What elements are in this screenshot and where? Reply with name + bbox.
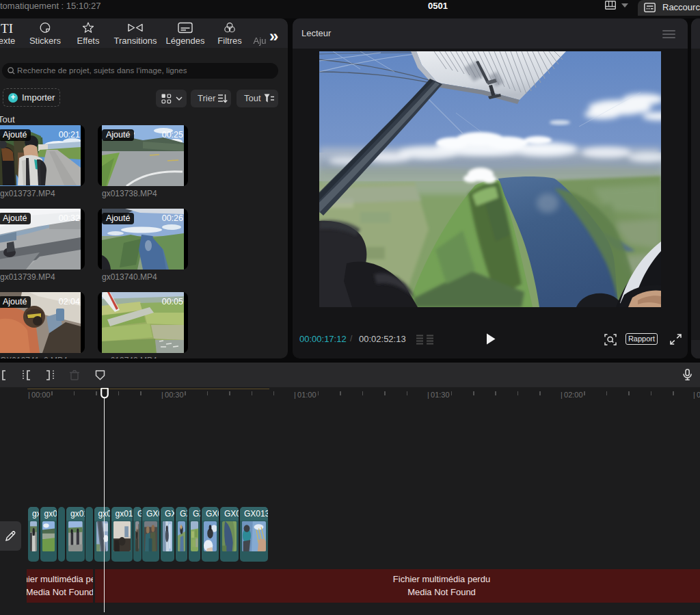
svg-text:TI: TI xyxy=(1,22,13,34)
